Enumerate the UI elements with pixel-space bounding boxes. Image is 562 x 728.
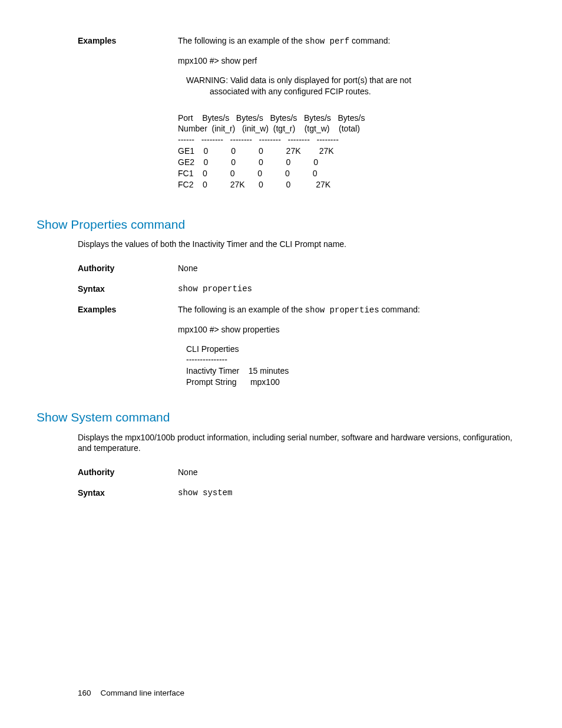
sys-authority-label: Authority — [37, 467, 178, 478]
props-syntax-row: Syntax show properties — [37, 284, 525, 295]
props-examples-row: Examples The following is an example of … — [37, 304, 525, 388]
props-cli-label: CLI Properties — [178, 344, 525, 355]
props-authority-value: None — [178, 263, 525, 274]
perf-examples-label: Examples — [37, 35, 178, 195]
sys-desc: Displays the mpx100/100b product informa… — [37, 432, 525, 454]
sys-syntax-value: show system — [178, 487, 525, 499]
perf-r1: GE1 0 0 0 27K 27K — [178, 146, 334, 156]
props-syntax-value: show properties — [178, 284, 525, 295]
props-authority-label: Authority — [37, 263, 178, 274]
props-ex-prompt: mpx100 #> show properties — [178, 324, 525, 335]
sys-syntax-row: Syntax show system — [37, 487, 525, 499]
props-examples-label: Examples — [37, 304, 178, 388]
props-cli-sep: --------------- — [178, 354, 525, 365]
props-cli-l1: Inactivty Timer 15 minutes — [178, 365, 525, 377]
perf-sep: ------ -------- -------- -------- ------… — [178, 135, 339, 144]
perf-intro-prefix: The following is an example of the — [178, 36, 305, 45]
perf-r4: FC2 0 27K 0 0 27K — [178, 180, 330, 189]
props-ex-cmd: show properties — [305, 305, 379, 315]
props-ex-prefix: The following is an example of the — [178, 305, 305, 314]
props-ex-suffix: command: — [379, 305, 420, 314]
perf-hdr2: Number (init_r) (init_w) (tgt_r) (tgt_w)… — [178, 124, 360, 133]
props-heading: Show Properties command — [37, 216, 525, 233]
sys-authority-row: Authority None — [37, 467, 525, 478]
props-desc: Displays the values of both the Inactivi… — [37, 239, 525, 250]
perf-table: Port Bytes/s Bytes/s Bytes/s Bytes/s Byt… — [178, 113, 525, 190]
perf-examples-row: Examples The following is an example of … — [37, 35, 525, 195]
perf-prompt: mpx100 #> show perf — [178, 55, 525, 67]
props-cli-l2: Prompt String mpx100 — [178, 377, 525, 388]
perf-warning-2: associated with any configured FCIP rout… — [178, 86, 525, 97]
perf-r3: FC1 0 0 0 0 0 — [178, 169, 318, 178]
sys-authority-value: None — [178, 467, 525, 478]
perf-warning-1: WARNING: Valid data is only displayed fo… — [178, 75, 525, 86]
sys-heading: Show System command — [37, 409, 525, 426]
perf-intro-cmd: show perf — [305, 37, 350, 46]
props-syntax-label: Syntax — [37, 284, 178, 295]
props-authority-row: Authority None — [37, 263, 525, 274]
sys-syntax-label: Syntax — [37, 487, 178, 499]
perf-examples-content: The following is an example of the show … — [178, 35, 525, 195]
props-examples-content: The following is an example of the show … — [178, 304, 525, 388]
perf-r2: GE2 0 0 0 0 0 — [178, 157, 318, 167]
perf-intro-suffix: command: — [349, 36, 390, 45]
perf-hdr1: Port Bytes/s Bytes/s Bytes/s Bytes/s Byt… — [178, 113, 365, 123]
